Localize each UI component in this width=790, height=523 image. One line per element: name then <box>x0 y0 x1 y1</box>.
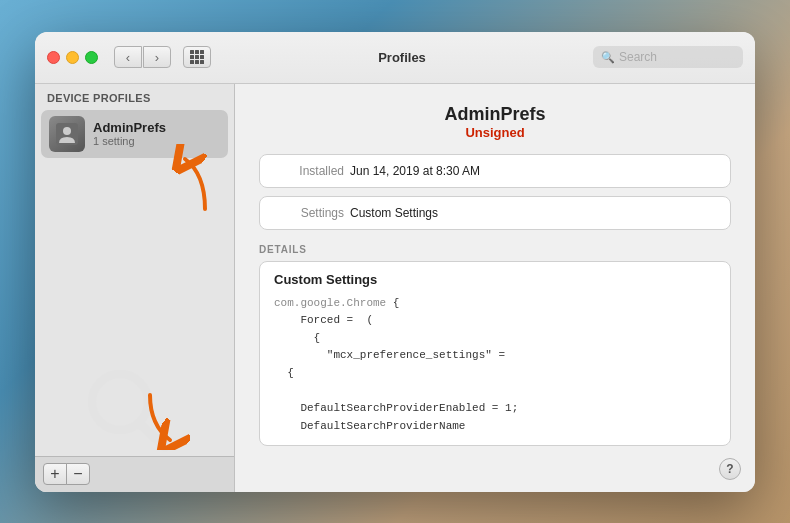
profile-title: AdminPrefs Unsigned <box>259 104 731 140</box>
grid-view-button[interactable] <box>183 46 211 68</box>
back-icon: ‹ <box>126 50 130 65</box>
code-line-4: "mcx_preference_settings" = <box>274 349 505 361</box>
question-mark-icon: ? <box>726 462 733 476</box>
custom-settings-title: Custom Settings <box>274 272 716 287</box>
help-button[interactable]: ? <box>719 458 741 480</box>
code-label: com.google.Chrome <box>274 297 386 309</box>
back-button[interactable]: ‹ <box>114 46 142 68</box>
profile-icon <box>49 116 85 152</box>
code-block: com.google.Chrome { Forced = ( { "mcx_pr… <box>274 295 716 436</box>
sidebar-item-text: AdminPrefs 1 setting <box>93 120 166 147</box>
grid-icon <box>190 50 204 64</box>
code-line-2: Forced = ( <box>274 314 373 326</box>
settings-value: Custom Settings <box>350 206 438 220</box>
sidebar-item-name: AdminPrefs <box>93 120 166 135</box>
window-body: Device Profiles AdminPrefs 1 setting <box>35 84 755 492</box>
search-box[interactable]: 🔍 Search <box>593 46 743 68</box>
settings-label: Settings <box>274 206 344 220</box>
sidebar: Device Profiles AdminPrefs 1 setting <box>35 84 235 492</box>
forward-button[interactable]: › <box>143 46 171 68</box>
code-line-3: { <box>274 332 320 344</box>
profile-name: AdminPrefs <box>259 104 731 125</box>
profiles-window: ‹ › Profiles 🔍 Search Device Profiles <box>35 32 755 492</box>
search-placeholder: Search <box>619 50 657 64</box>
sidebar-item-adminprefs[interactable]: AdminPrefs 1 setting <box>41 110 228 158</box>
titlebar: ‹ › Profiles 🔍 Search <box>35 32 755 84</box>
code-line-5: { <box>274 367 294 379</box>
close-button[interactable] <box>47 51 60 64</box>
sidebar-footer: + − <box>35 456 234 492</box>
installed-row: Installed Jun 14, 2019 at 8:30 AM <box>259 154 731 188</box>
svg-point-1 <box>63 127 71 135</box>
minimize-button[interactable] <box>66 51 79 64</box>
code-line-6: DefaultSearchProviderEnabled = 1; <box>274 402 518 414</box>
maximize-button[interactable] <box>85 51 98 64</box>
installed-value: Jun 14, 2019 at 8:30 AM <box>350 164 480 178</box>
sidebar-list: AdminPrefs 1 setting <box>35 110 234 456</box>
details-header: DETAILS <box>259 244 731 255</box>
remove-profile-button[interactable]: − <box>66 463 90 485</box>
sidebar-item-sub: 1 setting <box>93 135 166 147</box>
add-profile-button[interactable]: + <box>43 463 67 485</box>
nav-buttons: ‹ › <box>114 46 171 68</box>
traffic-lights <box>47 51 98 64</box>
forward-icon: › <box>155 50 159 65</box>
settings-row: Settings Custom Settings <box>259 196 731 230</box>
details-section: DETAILS Custom Settings com.google.Chrom… <box>259 244 731 447</box>
search-icon: 🔍 <box>601 51 615 64</box>
details-box: Custom Settings com.google.Chrome { Forc… <box>259 261 731 447</box>
sidebar-header: Device Profiles <box>35 84 234 110</box>
code-line-1: { <box>393 297 400 309</box>
installed-label: Installed <box>274 164 344 178</box>
main-content: AdminPrefs Unsigned Installed Jun 14, 20… <box>235 84 755 492</box>
profile-status: Unsigned <box>259 125 731 140</box>
code-line-7: DefaultSearchProviderName <box>274 420 465 432</box>
window-title: Profiles <box>219 50 585 65</box>
